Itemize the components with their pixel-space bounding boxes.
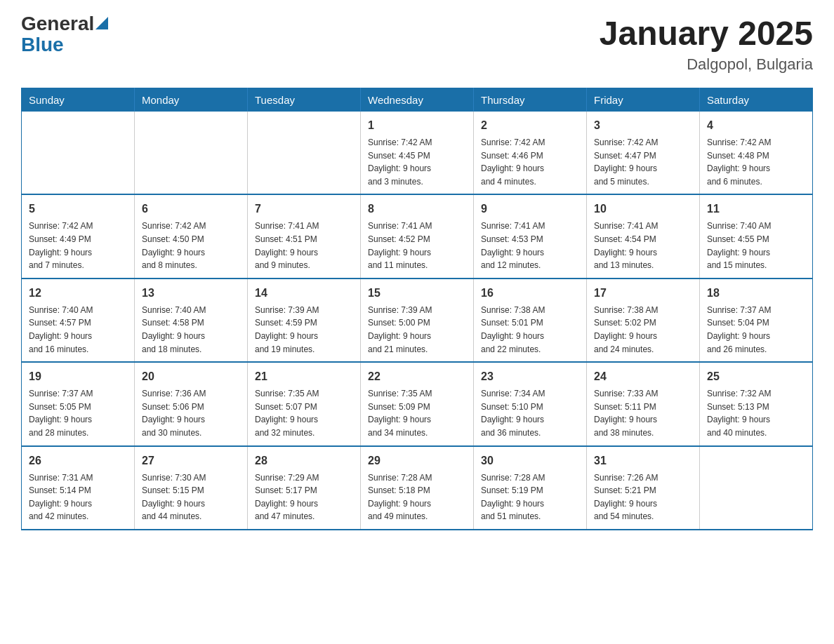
calendar-cell: 27Sunrise: 7:30 AM Sunset: 5:15 PM Dayli… — [135, 446, 248, 530]
calendar-title: January 2025 — [600, 14, 813, 53]
calendar-cell: 26Sunrise: 7:31 AM Sunset: 5:14 PM Dayli… — [22, 446, 135, 530]
day-number: 25 — [707, 368, 805, 385]
calendar-cell: 5Sunrise: 7:42 AM Sunset: 4:49 PM Daylig… — [22, 194, 135, 278]
calendar-header: SundayMondayTuesdayWednesdayThursdayFrid… — [22, 88, 813, 112]
calendar-week-row: 1Sunrise: 7:42 AM Sunset: 4:45 PM Daylig… — [22, 112, 813, 194]
day-number: 30 — [481, 452, 579, 469]
weekday-header-tuesday: Tuesday — [248, 88, 361, 112]
day-info: Sunrise: 7:38 AM Sunset: 5:02 PM Dayligh… — [594, 304, 692, 356]
weekday-header-monday: Monday — [135, 88, 248, 112]
calendar-week-row: 12Sunrise: 7:40 AM Sunset: 4:57 PM Dayli… — [22, 279, 813, 362]
day-info: Sunrise: 7:26 AM Sunset: 5:21 PM Dayligh… — [594, 471, 692, 523]
calendar-cell: 28Sunrise: 7:29 AM Sunset: 5:17 PM Dayli… — [248, 446, 361, 530]
day-number: 26 — [29, 452, 127, 469]
day-info: Sunrise: 7:42 AM Sunset: 4:50 PM Dayligh… — [142, 220, 240, 271]
day-info: Sunrise: 7:29 AM Sunset: 5:17 PM Dayligh… — [255, 471, 353, 523]
day-number: 9 — [481, 201, 579, 217]
day-info: Sunrise: 7:42 AM Sunset: 4:48 PM Dayligh… — [707, 136, 805, 188]
day-number: 15 — [368, 285, 466, 302]
day-info: Sunrise: 7:42 AM Sunset: 4:47 PM Dayligh… — [594, 136, 692, 188]
day-info: Sunrise: 7:38 AM Sunset: 5:01 PM Dayligh… — [481, 304, 579, 356]
calendar-cell — [248, 112, 361, 194]
weekday-header-thursday: Thursday — [474, 88, 587, 112]
day-number: 2 — [481, 117, 579, 134]
day-info: Sunrise: 7:28 AM Sunset: 5:18 PM Dayligh… — [368, 471, 466, 523]
calendar-cell: 7Sunrise: 7:41 AM Sunset: 4:51 PM Daylig… — [248, 194, 361, 278]
calendar-cell — [135, 112, 248, 194]
day-number: 27 — [142, 452, 240, 469]
day-info: Sunrise: 7:39 AM Sunset: 5:00 PM Dayligh… — [368, 304, 466, 356]
calendar-cell: 22Sunrise: 7:35 AM Sunset: 5:09 PM Dayli… — [361, 362, 474, 445]
calendar-week-row: 26Sunrise: 7:31 AM Sunset: 5:14 PM Dayli… — [22, 446, 813, 530]
logo-blue-text: Blue — [21, 34, 64, 55]
calendar-table: SundayMondayTuesdayWednesdayThursdayFrid… — [21, 88, 813, 530]
calendar-cell: 19Sunrise: 7:37 AM Sunset: 5:05 PM Dayli… — [22, 362, 135, 445]
calendar-body: 1Sunrise: 7:42 AM Sunset: 4:45 PM Daylig… — [22, 112, 813, 530]
day-info: Sunrise: 7:41 AM Sunset: 4:51 PM Dayligh… — [255, 220, 353, 271]
logo-triangle-icon — [95, 17, 108, 29]
day-number: 8 — [368, 201, 466, 217]
day-number: 13 — [142, 285, 240, 302]
day-number: 6 — [142, 201, 240, 217]
svg-marker-0 — [95, 17, 108, 29]
day-number: 23 — [481, 368, 579, 385]
calendar-cell: 29Sunrise: 7:28 AM Sunset: 5:18 PM Dayli… — [361, 446, 474, 530]
day-info: Sunrise: 7:34 AM Sunset: 5:10 PM Dayligh… — [481, 387, 579, 439]
day-number: 21 — [255, 368, 353, 385]
day-info: Sunrise: 7:40 AM Sunset: 4:57 PM Dayligh… — [29, 304, 127, 356]
calendar-cell: 14Sunrise: 7:39 AM Sunset: 4:59 PM Dayli… — [248, 279, 361, 362]
day-number: 24 — [594, 368, 692, 385]
logo-general-text: General — [21, 14, 94, 34]
calendar-cell: 15Sunrise: 7:39 AM Sunset: 5:00 PM Dayli… — [361, 279, 474, 362]
calendar-cell: 18Sunrise: 7:37 AM Sunset: 5:04 PM Dayli… — [700, 279, 813, 362]
day-number: 1 — [368, 117, 466, 134]
day-info: Sunrise: 7:28 AM Sunset: 5:19 PM Dayligh… — [481, 471, 579, 523]
day-number: 17 — [594, 285, 692, 302]
weekday-header-friday: Friday — [587, 88, 700, 112]
calendar-cell: 21Sunrise: 7:35 AM Sunset: 5:07 PM Dayli… — [248, 362, 361, 445]
day-number: 31 — [594, 452, 692, 469]
calendar-subtitle: Dalgopol, Bulgaria — [600, 55, 813, 74]
day-info: Sunrise: 7:42 AM Sunset: 4:46 PM Dayligh… — [481, 136, 579, 188]
logo: General Blue — [21, 14, 108, 56]
day-info: Sunrise: 7:40 AM Sunset: 4:58 PM Dayligh… — [142, 304, 240, 356]
day-info: Sunrise: 7:41 AM Sunset: 4:53 PM Dayligh… — [481, 220, 579, 271]
day-info: Sunrise: 7:40 AM Sunset: 4:55 PM Dayligh… — [707, 220, 805, 271]
day-number: 18 — [707, 285, 805, 302]
calendar-cell: 30Sunrise: 7:28 AM Sunset: 5:19 PM Dayli… — [474, 446, 587, 530]
day-info: Sunrise: 7:30 AM Sunset: 5:15 PM Dayligh… — [142, 471, 240, 523]
day-info: Sunrise: 7:39 AM Sunset: 4:59 PM Dayligh… — [255, 304, 353, 356]
day-info: Sunrise: 7:42 AM Sunset: 4:45 PM Dayligh… — [368, 136, 466, 188]
day-info: Sunrise: 7:37 AM Sunset: 5:04 PM Dayligh… — [707, 304, 805, 356]
calendar-cell: 12Sunrise: 7:40 AM Sunset: 4:57 PM Dayli… — [22, 279, 135, 362]
page-header: General Blue January 2025 Dalgopol, Bulg… — [21, 14, 813, 74]
calendar-cell: 2Sunrise: 7:42 AM Sunset: 4:46 PM Daylig… — [474, 112, 587, 194]
day-number: 11 — [707, 201, 805, 217]
calendar-cell: 23Sunrise: 7:34 AM Sunset: 5:10 PM Dayli… — [474, 362, 587, 445]
day-number: 28 — [255, 452, 353, 469]
calendar-cell: 1Sunrise: 7:42 AM Sunset: 4:45 PM Daylig… — [361, 112, 474, 194]
calendar-cell: 6Sunrise: 7:42 AM Sunset: 4:50 PM Daylig… — [135, 194, 248, 278]
day-info: Sunrise: 7:35 AM Sunset: 5:09 PM Dayligh… — [368, 387, 466, 439]
calendar-cell: 11Sunrise: 7:40 AM Sunset: 4:55 PM Dayli… — [700, 194, 813, 278]
day-number: 4 — [707, 117, 805, 134]
day-info: Sunrise: 7:36 AM Sunset: 5:06 PM Dayligh… — [142, 387, 240, 439]
calendar-cell: 16Sunrise: 7:38 AM Sunset: 5:01 PM Dayli… — [474, 279, 587, 362]
calendar-week-row: 5Sunrise: 7:42 AM Sunset: 4:49 PM Daylig… — [22, 194, 813, 278]
day-number: 5 — [29, 201, 127, 217]
day-info: Sunrise: 7:42 AM Sunset: 4:49 PM Dayligh… — [29, 220, 127, 271]
calendar-week-row: 19Sunrise: 7:37 AM Sunset: 5:05 PM Dayli… — [22, 362, 813, 445]
calendar-cell: 13Sunrise: 7:40 AM Sunset: 4:58 PM Dayli… — [135, 279, 248, 362]
calendar-cell — [700, 446, 813, 530]
day-number: 29 — [368, 452, 466, 469]
day-info: Sunrise: 7:35 AM Sunset: 5:07 PM Dayligh… — [255, 387, 353, 439]
weekday-header-sunday: Sunday — [22, 88, 135, 112]
weekday-header-saturday: Saturday — [700, 88, 813, 112]
day-info: Sunrise: 7:31 AM Sunset: 5:14 PM Dayligh… — [29, 471, 127, 523]
calendar-cell: 3Sunrise: 7:42 AM Sunset: 4:47 PM Daylig… — [587, 112, 700, 194]
calendar-cell: 9Sunrise: 7:41 AM Sunset: 4:53 PM Daylig… — [474, 194, 587, 278]
day-info: Sunrise: 7:41 AM Sunset: 4:52 PM Dayligh… — [368, 220, 466, 271]
day-number: 14 — [255, 285, 353, 302]
calendar-cell — [22, 112, 135, 194]
day-number: 16 — [481, 285, 579, 302]
